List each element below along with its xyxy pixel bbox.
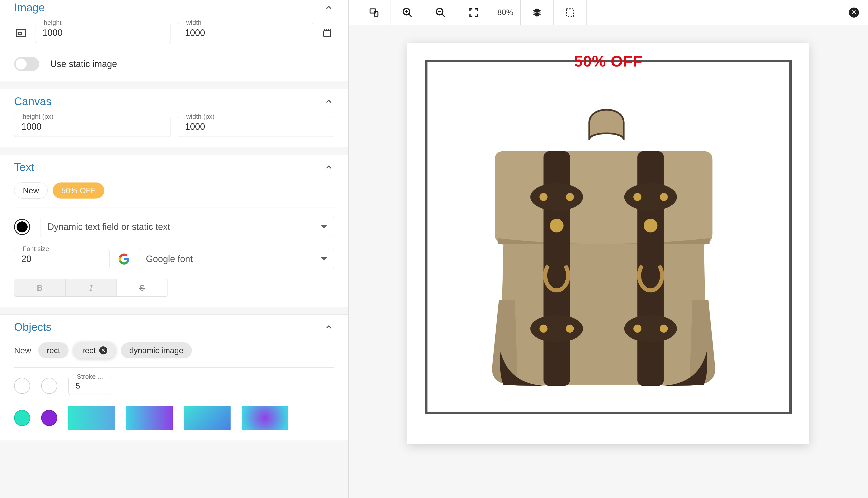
object-chip-rect-2[interactable]: rect ✕ [74,342,116,358]
image-width-field: width 1000 [178,23,313,43]
preset-gradient-1[interactable] [68,406,115,430]
stroke-width-field: Stroke … 5 [68,377,111,395]
text-source-field: Dynamic text field or static text [40,217,334,237]
collapse-image-icon[interactable] [323,2,334,13]
object-stroke-swatch[interactable] [41,378,57,394]
panel-objects: Objects New rect rect ✕ dynamic image [0,315,348,440]
svg-point-17 [530,315,583,342]
svg-point-21 [633,193,642,201]
close-preview-button[interactable]: ✕ [849,8,859,17]
panel-text-title: Text [14,161,35,173]
static-image-toggle-label: Use static image [50,59,117,69]
font-family-select[interactable]: Google font [139,249,334,269]
settings-sidebar[interactable]: Image height 1000 width 1000 [0,0,349,498]
zoom-level: 80% [490,8,520,17]
svg-point-16 [624,183,677,211]
canvas-height-field: height (px) 1000 [14,117,171,137]
object-fill-swatch[interactable] [14,378,30,394]
preset-gradient-4[interactable] [242,406,288,430]
svg-point-18 [624,315,677,342]
format-italic-button[interactable]: I [66,279,117,297]
panel-image-title: Image [14,1,45,14]
workspace: 80% ✕ 50% OFF [349,0,868,498]
svg-rect-12 [566,9,574,16]
fit-screen-button[interactable] [457,0,490,25]
text-color-swatch[interactable] [14,219,30,235]
svg-rect-1 [18,33,22,35]
collapse-canvas-icon[interactable] [323,96,334,107]
stroke-width-label: Stroke … [74,373,106,381]
crop-icon[interactable] [320,26,334,40]
svg-point-23 [550,219,563,233]
divider [14,367,334,368]
object-chip-dynamic-image[interactable]: dynamic image [121,342,192,358]
svg-point-22 [660,193,668,201]
zoom-in-button[interactable] [391,0,424,25]
static-image-toggle[interactable] [14,57,39,71]
svg-point-24 [644,219,658,233]
font-size-field: Font size 20 [14,249,109,269]
text-source-select[interactable]: Dynamic text field or static text [40,217,334,237]
svg-point-15 [530,183,583,211]
google-icon [118,253,130,265]
svg-point-28 [660,325,668,332]
panel-text: Text New 50% OFF Dynamic text field or s… [0,155,348,307]
font-size-label: Font size [20,245,52,253]
canvas-object-dynamic-image[interactable] [458,98,744,399]
collapse-objects-icon[interactable] [323,322,334,332]
svg-line-6 [409,14,411,16]
responsive-preview-button[interactable] [358,0,391,25]
panel-canvas-title: Canvas [14,95,51,108]
image-height-field: height 1000 [35,23,171,43]
text-format-group: B I S [14,279,168,297]
zoom-out-button[interactable] [424,0,457,25]
collapse-text-icon[interactable] [323,162,334,173]
text-chip-50off[interactable]: 50% OFF [53,183,104,198]
svg-rect-3 [370,9,375,13]
format-bold-button[interactable]: B [14,279,66,297]
aspect-ratio-icon[interactable] [14,26,28,40]
svg-point-25 [540,325,547,332]
image-height-label: height [41,19,64,27]
objects-new-label[interactable]: New [14,346,31,355]
preset-color-purple[interactable] [41,410,57,426]
format-strike-button[interactable]: S [117,279,168,297]
text-chip-new[interactable]: New [14,183,48,198]
svg-point-26 [566,325,574,332]
svg-rect-2 [324,31,331,36]
divider [14,208,334,208]
preset-gradient-2[interactable] [126,406,173,430]
preset-gradient-3[interactable] [184,406,231,430]
panel-canvas: Canvas height (px) 1000 width (px) 1000 [0,89,348,147]
canvas-toolbar: 80% ✕ [349,0,868,25]
canvas-height-label: height (px) [20,113,56,120]
chip-delete-icon[interactable]: ✕ [99,346,107,354]
canvas-viewport[interactable]: 50% OFF [349,25,868,498]
chevron-down-icon [321,257,327,261]
canvas-width-label: width (px) [184,113,217,120]
chevron-down-icon [321,225,327,229]
panel-image: Image height 1000 width 1000 [0,0,348,81]
svg-point-19 [540,193,547,201]
svg-line-10 [442,14,445,16]
panel-objects-title: Objects [14,321,51,333]
marquee-select-button[interactable] [554,0,587,25]
artboard[interactable]: 50% OFF [407,43,809,444]
canvas-width-field: width (px) 1000 [178,117,335,137]
font-family-field: Google font [139,249,334,269]
svg-point-27 [633,325,642,332]
object-chip-rect-1[interactable]: rect [38,342,68,358]
svg-point-20 [566,193,574,201]
image-width-label: width [184,19,204,27]
preset-color-teal[interactable] [14,410,30,426]
layers-button[interactable] [520,0,554,25]
canvas-text-promo[interactable]: 50% OFF [407,52,809,70]
